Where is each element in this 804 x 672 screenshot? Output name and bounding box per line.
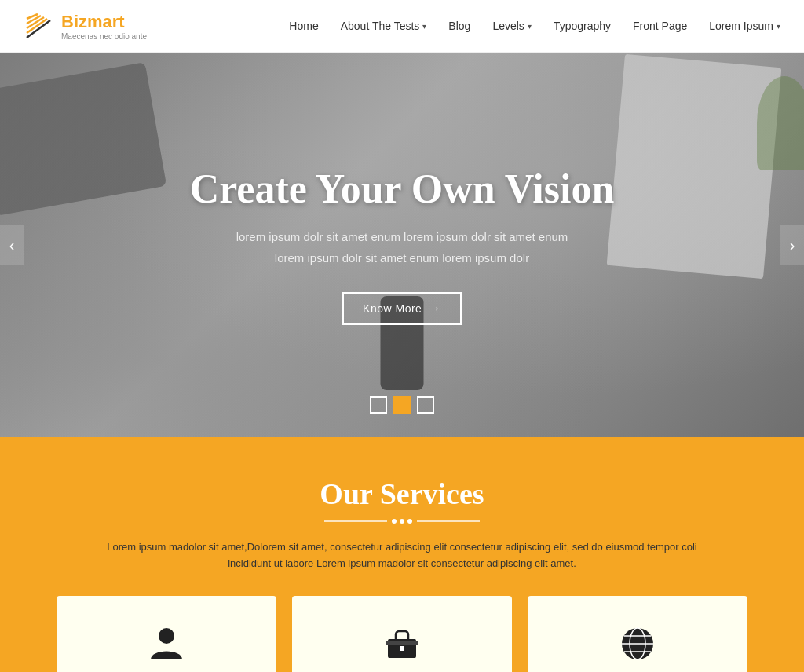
svg-rect-8 <box>386 641 418 645</box>
hero-cta-button[interactable]: Know More → <box>342 292 462 325</box>
divider-dot-3 <box>407 519 412 524</box>
hero-dot-1[interactable] <box>370 396 387 414</box>
service-card-dolor-sit: Dolor Sit Lorem ipsum dolor sit amet, co… <box>57 596 276 672</box>
divider-line-left <box>324 520 387 522</box>
nav-link-blog[interactable]: Blog <box>448 20 470 32</box>
hero-dots <box>370 396 434 414</box>
svg-rect-9 <box>400 646 404 651</box>
services-description: Lorem ipsum madolor sit amet,Dolorem sit… <box>96 539 708 572</box>
logo-area: Bizmart Maecenas nec odio ante <box>24 11 165 41</box>
desk-plant-decor <box>757 76 804 170</box>
services-title: Our Services <box>47 477 757 511</box>
logo-text-area: Bizmart Maecenas nec odio ante <box>61 12 147 41</box>
logo-name: Bizmart <box>61 12 147 32</box>
nav-item-typography[interactable]: Typography <box>554 19 611 33</box>
nav-item-about[interactable]: About The Tests ▾ <box>341 19 427 33</box>
nav-link-home[interactable]: Home <box>289 20 318 32</box>
nav-item-lorem[interactable]: Lorem Ipsum ▾ <box>709 19 780 33</box>
hero-next-button[interactable]: › <box>780 225 804 265</box>
service-card-lorem-ipsum: Lorem Ipsum Lorem ipsum dolor sit amet, … <box>528 596 747 672</box>
divider-dots <box>392 519 412 524</box>
chevron-down-icon: ▾ <box>422 22 426 31</box>
nav-item-blog[interactable]: Blog <box>448 19 470 33</box>
nav-link-levels[interactable]: Levels ▾ <box>492 20 531 32</box>
hero-dot-3[interactable] <box>417 396 434 414</box>
divider-dot-2 <box>400 519 404 524</box>
hero-dot-2[interactable] <box>393 396 411 414</box>
navbar: Bizmart Maecenas nec odio ante Home Abou… <box>0 0 804 53</box>
logo-icon <box>24 11 53 41</box>
chevron-down-icon: ▾ <box>528 22 532 31</box>
services-section: Our Services Lorem ipsum madolor sit ame… <box>0 437 804 672</box>
logo-tagline: Maecenas nec odio ante <box>61 32 147 41</box>
nav-item-levels[interactable]: Levels ▾ <box>492 19 531 33</box>
services-cards: Dolor Sit Lorem ipsum dolor sit amet, co… <box>47 596 757 672</box>
hero-section: ‹ Create Your Own Vision lorem ipsum dol… <box>0 53 804 437</box>
divider-dot-1 <box>392 519 397 524</box>
service-card-ipsum-dolor: Ipsum Dolor Lorem ipsum dolor sit amet, … <box>292 596 512 672</box>
nav-link-lorem[interactable]: Lorem Ipsum ▾ <box>709 20 780 32</box>
chevron-down-icon: ▾ <box>777 22 780 31</box>
services-divider <box>47 519 757 524</box>
nav-link-frontpage[interactable]: Front Page <box>633 20 687 32</box>
globe-icon <box>547 623 728 672</box>
nav-link-typography[interactable]: Typography <box>554 20 611 32</box>
person-icon <box>76 623 257 672</box>
nav-item-home[interactable]: Home <box>289 19 318 33</box>
hero-subtitle: lorem ipsum dolr sit amet enum lorem ips… <box>190 226 615 268</box>
arrow-icon: → <box>428 301 441 316</box>
nav-item-frontpage[interactable]: Front Page <box>633 19 687 33</box>
hero-prev-button[interactable]: ‹ <box>0 225 24 265</box>
hero-content: Create Your Own Vision lorem ipsum dolr … <box>190 166 615 325</box>
hero-title: Create Your Own Vision <box>190 166 615 212</box>
nav-links: Home About The Tests ▾ Blog Levels ▾ Typ… <box>289 19 780 33</box>
nav-link-about[interactable]: About The Tests ▾ <box>341 20 427 32</box>
desk-notebook-decor <box>607 54 782 279</box>
svg-point-6 <box>159 628 174 644</box>
briefcase-icon <box>312 623 492 672</box>
divider-line-right <box>417 520 480 522</box>
